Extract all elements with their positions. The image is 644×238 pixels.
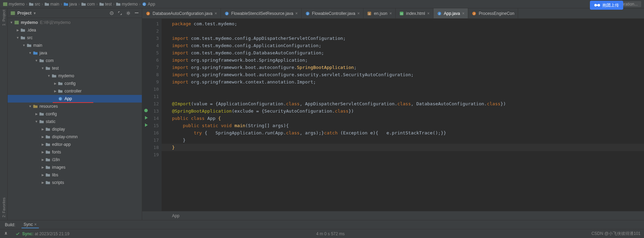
editor-area: J DatabaseAutoConfiguration.java ×J Flow… (142, 8, 644, 220)
breadcrumb: mydemo ›src ›main ›java ›com ›test ›myde… (0, 0, 644, 8)
code-line[interactable]: import org.springframework.boot.autoconf… (162, 71, 644, 78)
code-line[interactable]: import org.springframework.boot.SpringAp… (162, 56, 644, 64)
locate-icon[interactable] (109, 11, 114, 16)
tree-item[interactable]: mydemo (8, 72, 142, 80)
tree-item[interactable]: main (8, 42, 142, 49)
code-line[interactable]: import org.springframework.context.annot… (162, 78, 644, 86)
editor-tab[interactable]: J ProcessEngineCon (468, 8, 518, 18)
tree-arrow-icon[interactable] (40, 150, 45, 155)
tree-item[interactable]: libs (8, 171, 142, 179)
html-file-icon: <> (399, 11, 404, 16)
code-line[interactable]: try { SpringApplication.run(App.class, a… (162, 129, 644, 136)
close-icon[interactable]: × (427, 11, 430, 16)
tree-item[interactable]: fonts (8, 148, 142, 156)
tree-item[interactable]: display (8, 125, 142, 133)
code-line[interactable]: import org.springframework.boot.autoconf… (162, 64, 644, 71)
tree-arrow-icon[interactable] (40, 180, 45, 185)
tree-arrow-icon[interactable] (40, 127, 45, 132)
tree-item[interactable]: src (8, 34, 142, 42)
code-line[interactable]: import com.test.mydemo.config.AppDispatc… (162, 35, 644, 42)
tree-item[interactable]: images (8, 164, 142, 171)
code-line[interactable] (162, 151, 644, 158)
tree-item[interactable]: scripts (8, 179, 142, 186)
run-gutter-icon[interactable] (144, 115, 148, 120)
tree-arrow-icon[interactable] (34, 58, 39, 63)
tree-item[interactable]: .idea (8, 26, 142, 34)
editor-tab[interactable]: <> index.html × (396, 8, 433, 18)
gutter[interactable]: 12345678910111213141516171819 (142, 19, 162, 211)
expand-icon[interactable] (118, 11, 122, 16)
side-tab-favorites[interactable]: 2: Favorites (2, 197, 6, 217)
folder-icon (26, 43, 32, 48)
editor-tab[interactable]: {} en.json × (363, 8, 396, 18)
tree-item[interactable]: config (8, 80, 142, 87)
tree-item[interactable]: editor-app (8, 141, 142, 148)
code-line[interactable]: package com.test.mydemo; (162, 20, 644, 27)
tree-item[interactable]: test (8, 64, 142, 72)
pin-icon[interactable] (3, 231, 8, 236)
code-line[interactable]: public class App { (162, 115, 644, 122)
editor-tab[interactable]: J FlowableStencilSetResource.java × (221, 8, 302, 18)
editor[interactable]: 12345678910111213141516171819 package co… (142, 19, 644, 211)
tree-arrow-icon[interactable] (40, 173, 45, 177)
build-tab[interactable]: Build: (3, 222, 17, 228)
tree-arrow-icon[interactable] (34, 112, 39, 116)
close-icon[interactable]: × (295, 11, 298, 16)
folder-res-icon (33, 104, 38, 109)
tree-item[interactable]: display-cmmn (8, 133, 142, 141)
project-tree[interactable]: mydemoE:\毕设\mydemo .idea src main java c… (8, 18, 142, 220)
editor-tab[interactable]: J FlowableController.java × (302, 8, 364, 18)
code-line[interactable]: import com.test.mydemo.config.DatabaseAu… (162, 49, 644, 56)
editor-tab[interactable]: J App.java × (433, 8, 469, 18)
gear-icon[interactable] (126, 11, 131, 16)
tree-arrow-icon[interactable] (15, 28, 20, 33)
tab-label: ProcessEngineCon (479, 11, 514, 16)
code-area[interactable]: package com.test.mydemo;import com.test.… (162, 19, 644, 211)
sync-tab[interactable]: Sync× (22, 221, 39, 228)
tree-item[interactable]: resources (8, 103, 142, 110)
tree-arrow-icon[interactable] (53, 89, 58, 94)
close-icon[interactable]: × (215, 11, 217, 16)
tree-arrow-icon[interactable] (34, 119, 39, 124)
tree-item[interactable]: com (8, 57, 142, 64)
tree-item[interactable]: static (8, 118, 142, 125)
code-line[interactable]: import com.test.mydemo.config.Applicatio… (162, 42, 644, 49)
code-line[interactable]: public static void main(String[] args){ (162, 122, 644, 129)
editor-tab-bar[interactable]: J DatabaseAutoConfiguration.java ×J Flow… (142, 8, 644, 19)
code-line[interactable]: } (162, 144, 644, 151)
editor-breadcrumb[interactable]: App (142, 211, 644, 220)
editor-tab[interactable]: J DatabaseAutoConfiguration.java × (142, 8, 221, 18)
tree-item-app[interactable]: C App (8, 95, 142, 103)
tree-item[interactable]: i18n (8, 156, 142, 164)
tree-arrow-icon[interactable] (40, 142, 45, 147)
run-gutter-icon[interactable] (144, 123, 148, 127)
close-icon[interactable]: × (34, 222, 37, 227)
side-tab-project[interactable]: 1: Project (2, 10, 6, 26)
close-icon[interactable]: × (389, 11, 392, 16)
code-line[interactable] (162, 27, 644, 35)
bean-gutter-icon[interactable] (144, 108, 148, 113)
tree-arrow-icon[interactable] (28, 104, 33, 109)
upload-overlay[interactable]: 抱团上传 (590, 1, 623, 10)
tree-item[interactable]: java (8, 49, 142, 57)
tree-arrow-icon[interactable] (53, 81, 58, 86)
tree-root[interactable]: mydemoE:\毕设\mydemo (8, 19, 142, 26)
code-line[interactable] (162, 86, 644, 93)
tree-arrow-icon[interactable] (40, 165, 45, 170)
code-line[interactable]: @Import(value = {ApplicationConfiguratio… (162, 100, 644, 107)
tree-arrow-icon[interactable] (28, 51, 33, 55)
close-icon[interactable]: × (462, 11, 464, 16)
code-line[interactable]: } (162, 136, 644, 144)
tree-arrow-icon[interactable] (15, 35, 20, 40)
close-icon[interactable]: × (357, 11, 360, 16)
tree-arrow-icon[interactable] (40, 157, 45, 162)
code-line[interactable]: @SpringBootApplication(exclude = {Securi… (162, 107, 644, 115)
code-line[interactable] (162, 93, 644, 100)
tree-arrow-icon[interactable] (22, 43, 26, 48)
tree-arrow-icon[interactable] (46, 73, 51, 78)
tree-arrow-icon[interactable] (40, 134, 45, 139)
tree-item[interactable]: controller (8, 87, 142, 95)
tree-arrow-icon[interactable] (40, 66, 45, 71)
hide-icon[interactable] (134, 11, 139, 16)
tree-item[interactable]: config (8, 110, 142, 118)
